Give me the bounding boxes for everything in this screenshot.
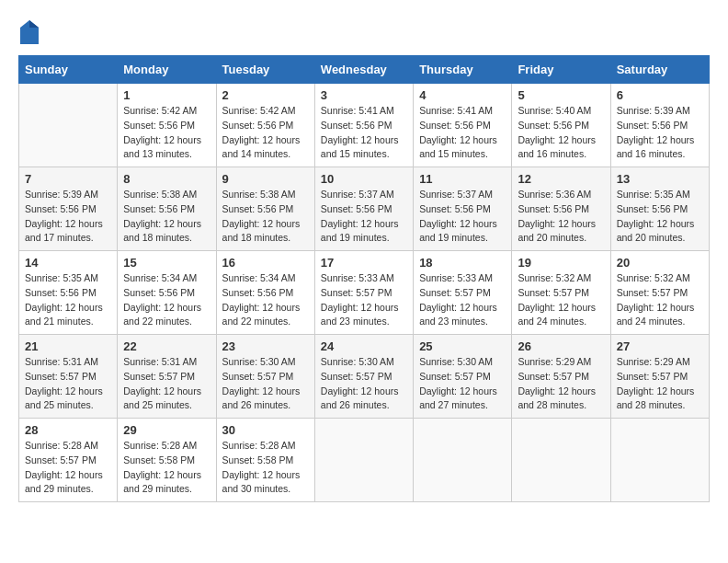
day-info: Sunrise: 5:42 AM Sunset: 5:56 PM Dayligh… — [222, 104, 309, 162]
calendar-week-row: 14Sunrise: 5:35 AM Sunset: 5:56 PM Dayli… — [19, 251, 710, 335]
day-number: 26 — [518, 339, 604, 353]
day-header: Monday — [118, 56, 216, 84]
calendar-cell: 27Sunrise: 5:29 AM Sunset: 5:57 PM Dayli… — [610, 335, 709, 419]
day-number: 25 — [419, 339, 506, 353]
calendar-cell: 30Sunrise: 5:28 AM Sunset: 5:58 PM Dayli… — [216, 419, 314, 502]
day-number: 15 — [123, 256, 210, 270]
day-number: 3 — [321, 88, 407, 102]
day-number: 18 — [419, 256, 506, 270]
calendar-cell: 26Sunrise: 5:29 AM Sunset: 5:57 PM Dayli… — [512, 335, 610, 419]
day-number: 30 — [222, 423, 309, 437]
day-header: Saturday — [610, 56, 709, 84]
calendar-cell: 13Sunrise: 5:35 AM Sunset: 5:56 PM Dayli… — [610, 167, 709, 251]
day-number: 7 — [25, 172, 111, 186]
calendar-cell: 14Sunrise: 5:35 AM Sunset: 5:56 PM Dayli… — [19, 251, 118, 335]
day-number: 28 — [25, 423, 111, 437]
day-info: Sunrise: 5:36 AM Sunset: 5:56 PM Dayligh… — [518, 188, 604, 246]
day-number: 19 — [518, 256, 604, 270]
day-info: Sunrise: 5:37 AM Sunset: 5:56 PM Dayligh… — [321, 188, 407, 246]
day-header: Tuesday — [216, 56, 314, 84]
day-number: 29 — [123, 423, 210, 437]
calendar-cell — [512, 419, 610, 502]
calendar-week-row: 7Sunrise: 5:39 AM Sunset: 5:56 PM Daylig… — [19, 167, 710, 251]
calendar-cell: 20Sunrise: 5:32 AM Sunset: 5:57 PM Dayli… — [610, 251, 709, 335]
day-header: Friday — [512, 56, 610, 84]
day-info: Sunrise: 5:38 AM Sunset: 5:56 PM Dayligh… — [123, 188, 210, 246]
calendar-cell: 6Sunrise: 5:39 AM Sunset: 5:56 PM Daylig… — [610, 84, 709, 167]
day-number: 10 — [321, 172, 407, 186]
day-info: Sunrise: 5:31 AM Sunset: 5:57 PM Dayligh… — [25, 355, 111, 413]
calendar-cell — [414, 419, 512, 502]
day-number: 23 — [222, 339, 309, 353]
day-info: Sunrise: 5:29 AM Sunset: 5:57 PM Dayligh… — [617, 355, 703, 413]
day-info: Sunrise: 5:41 AM Sunset: 5:56 PM Dayligh… — [419, 104, 506, 162]
day-info: Sunrise: 5:35 AM Sunset: 5:56 PM Dayligh… — [617, 188, 703, 246]
calendar-cell: 23Sunrise: 5:30 AM Sunset: 5:57 PM Dayli… — [216, 335, 314, 419]
day-number: 4 — [419, 88, 506, 102]
day-info: Sunrise: 5:28 AM Sunset: 5:58 PM Dayligh… — [123, 439, 210, 497]
calendar-cell: 9Sunrise: 5:38 AM Sunset: 5:56 PM Daylig… — [216, 167, 314, 251]
day-info: Sunrise: 5:33 AM Sunset: 5:57 PM Dayligh… — [321, 271, 407, 329]
day-header: Sunday — [19, 56, 118, 84]
calendar-cell — [19, 84, 118, 167]
day-info: Sunrise: 5:31 AM Sunset: 5:57 PM Dayligh… — [123, 355, 210, 413]
calendar-cell: 12Sunrise: 5:36 AM Sunset: 5:56 PM Dayli… — [512, 167, 610, 251]
day-info: Sunrise: 5:38 AM Sunset: 5:56 PM Dayligh… — [222, 188, 309, 246]
day-info: Sunrise: 5:32 AM Sunset: 5:57 PM Dayligh… — [518, 271, 604, 329]
calendar-cell: 7Sunrise: 5:39 AM Sunset: 5:56 PM Daylig… — [19, 167, 118, 251]
day-number: 17 — [321, 256, 407, 270]
calendar-cell: 28Sunrise: 5:28 AM Sunset: 5:57 PM Dayli… — [19, 419, 118, 502]
calendar-cell: 21Sunrise: 5:31 AM Sunset: 5:57 PM Dayli… — [19, 335, 118, 419]
calendar-cell: 24Sunrise: 5:30 AM Sunset: 5:57 PM Dayli… — [314, 335, 413, 419]
day-info: Sunrise: 5:37 AM Sunset: 5:56 PM Dayligh… — [419, 188, 506, 246]
calendar-cell: 8Sunrise: 5:38 AM Sunset: 5:56 PM Daylig… — [118, 167, 216, 251]
day-number: 11 — [419, 172, 506, 186]
day-info: Sunrise: 5:40 AM Sunset: 5:56 PM Dayligh… — [518, 104, 604, 162]
day-info: Sunrise: 5:34 AM Sunset: 5:56 PM Dayligh… — [123, 271, 210, 329]
day-info: Sunrise: 5:39 AM Sunset: 5:56 PM Dayligh… — [25, 188, 111, 246]
day-info: Sunrise: 5:35 AM Sunset: 5:56 PM Dayligh… — [25, 271, 111, 329]
day-info: Sunrise: 5:41 AM Sunset: 5:56 PM Dayligh… — [321, 104, 407, 162]
calendar-cell: 10Sunrise: 5:37 AM Sunset: 5:56 PM Dayli… — [314, 167, 413, 251]
calendar-cell: 29Sunrise: 5:28 AM Sunset: 5:58 PM Dayli… — [118, 419, 216, 502]
page-header — [18, 18, 710, 46]
day-number: 13 — [617, 172, 703, 186]
day-info: Sunrise: 5:32 AM Sunset: 5:57 PM Dayligh… — [617, 271, 703, 329]
day-number: 2 — [222, 88, 309, 102]
logo — [18, 18, 44, 46]
calendar-cell: 11Sunrise: 5:37 AM Sunset: 5:56 PM Dayli… — [414, 167, 512, 251]
calendar-cell: 22Sunrise: 5:31 AM Sunset: 5:57 PM Dayli… — [118, 335, 216, 419]
day-info: Sunrise: 5:30 AM Sunset: 5:57 PM Dayligh… — [419, 355, 506, 413]
day-info: Sunrise: 5:30 AM Sunset: 5:57 PM Dayligh… — [321, 355, 407, 413]
day-number: 8 — [123, 172, 210, 186]
day-header: Wednesday — [314, 56, 413, 84]
day-number: 1 — [123, 88, 210, 102]
day-number: 6 — [617, 88, 703, 102]
calendar-cell: 4Sunrise: 5:41 AM Sunset: 5:56 PM Daylig… — [414, 84, 512, 167]
day-info: Sunrise: 5:30 AM Sunset: 5:57 PM Dayligh… — [222, 355, 309, 413]
calendar-cell: 2Sunrise: 5:42 AM Sunset: 5:56 PM Daylig… — [216, 84, 314, 167]
calendar-cell — [314, 419, 413, 502]
day-info: Sunrise: 5:39 AM Sunset: 5:56 PM Dayligh… — [617, 104, 703, 162]
day-number: 22 — [123, 339, 210, 353]
calendar-cell: 1Sunrise: 5:42 AM Sunset: 5:56 PM Daylig… — [118, 84, 216, 167]
calendar-cell — [610, 419, 709, 502]
day-info: Sunrise: 5:42 AM Sunset: 5:56 PM Dayligh… — [123, 104, 210, 162]
calendar-cell: 18Sunrise: 5:33 AM Sunset: 5:57 PM Dayli… — [414, 251, 512, 335]
calendar-cell: 15Sunrise: 5:34 AM Sunset: 5:56 PM Dayli… — [118, 251, 216, 335]
day-header: Thursday — [414, 56, 512, 84]
day-info: Sunrise: 5:28 AM Sunset: 5:57 PM Dayligh… — [25, 439, 111, 497]
day-number: 5 — [518, 88, 604, 102]
day-number: 21 — [25, 339, 111, 353]
calendar-cell: 3Sunrise: 5:41 AM Sunset: 5:56 PM Daylig… — [314, 84, 413, 167]
header-row: SundayMondayTuesdayWednesdayThursdayFrid… — [19, 56, 710, 84]
day-number: 20 — [617, 256, 703, 270]
calendar-week-row: 28Sunrise: 5:28 AM Sunset: 5:57 PM Dayli… — [19, 419, 710, 502]
day-info: Sunrise: 5:33 AM Sunset: 5:57 PM Dayligh… — [419, 271, 506, 329]
calendar-cell: 5Sunrise: 5:40 AM Sunset: 5:56 PM Daylig… — [512, 84, 610, 167]
day-info: Sunrise: 5:29 AM Sunset: 5:57 PM Dayligh… — [518, 355, 604, 413]
day-number: 16 — [222, 256, 309, 270]
calendar-cell: 19Sunrise: 5:32 AM Sunset: 5:57 PM Dayli… — [512, 251, 610, 335]
day-number: 24 — [321, 339, 407, 353]
day-info: Sunrise: 5:28 AM Sunset: 5:58 PM Dayligh… — [222, 439, 309, 497]
